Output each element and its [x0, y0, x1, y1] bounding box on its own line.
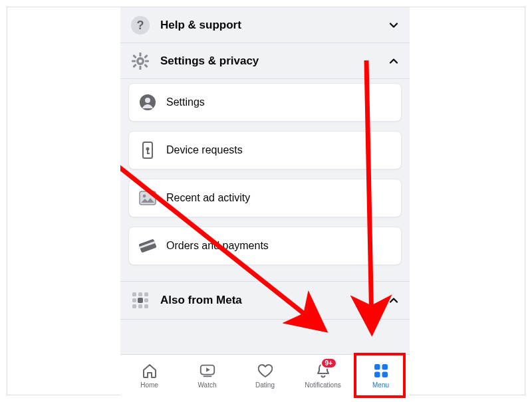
tab-label: Home — [140, 381, 158, 389]
svg-rect-33 — [374, 364, 380, 370]
menu-grid-icon — [372, 362, 390, 379]
svg-rect-27 — [132, 304, 136, 308]
section-label: Also from Meta — [160, 294, 387, 307]
chevron-down-icon — [387, 19, 400, 32]
svg-rect-23 — [138, 292, 142, 296]
section-label: Settings & privacy — [160, 54, 387, 68]
item-orders-payments[interactable]: Orders and payments — [128, 227, 402, 265]
item-label: Settings — [166, 96, 205, 108]
svg-rect-5 — [132, 60, 136, 62]
tab-watch[interactable]: Watch — [178, 355, 236, 395]
svg-rect-24 — [144, 292, 148, 296]
svg-rect-3 — [140, 52, 142, 56]
section-label: Help & support — [160, 19, 387, 32]
svg-point-19 — [143, 195, 146, 198]
svg-rect-6 — [145, 60, 149, 62]
item-settings[interactable]: Settings — [128, 83, 402, 122]
apps-grid-icon — [128, 288, 152, 312]
help-icon: ? — [128, 13, 152, 37]
heart-icon — [257, 362, 274, 379]
svg-rect-25 — [132, 298, 136, 302]
section-also-from-meta[interactable]: Also from Meta — [120, 281, 410, 320]
item-recent-ad-activity[interactable]: Recent ad activity — [128, 179, 402, 217]
person-circle-icon — [138, 93, 157, 112]
chevron-up-icon — [387, 54, 400, 68]
svg-rect-9 — [132, 63, 136, 67]
section-help-support[interactable]: ? Help & support — [120, 7, 410, 43]
tab-label: Notifications — [305, 381, 340, 389]
watch-icon — [199, 362, 216, 379]
svg-point-11 — [139, 59, 142, 62]
svg-rect-4 — [140, 66, 142, 70]
svg-rect-34 — [382, 364, 388, 370]
svg-point-15 — [146, 148, 150, 151]
svg-rect-35 — [374, 371, 380, 377]
credit-card-icon — [138, 237, 157, 255]
photo-icon — [138, 189, 157, 207]
svg-rect-17 — [147, 153, 150, 154]
svg-rect-22 — [132, 292, 136, 296]
svg-rect-29 — [144, 304, 148, 308]
settings-privacy-items: Settings Device requests — [120, 79, 410, 281]
tab-menu[interactable]: Menu — [352, 355, 410, 395]
tab-home[interactable]: Home — [120, 355, 178, 395]
item-label: Recent ad activity — [166, 192, 250, 204]
tab-notifications[interactable]: 9+ Notifications — [294, 355, 352, 395]
section-settings-privacy[interactable]: Settings & privacy — [120, 43, 410, 79]
svg-rect-10 — [144, 63, 148, 67]
gear-icon — [128, 49, 152, 73]
phone-screen: ? Help & support — [120, 7, 410, 395]
item-label: Orders and payments — [166, 240, 269, 252]
item-label: Device requests — [166, 144, 243, 156]
tab-label: Watch — [198, 381, 217, 389]
bottom-nav: Home Watch Dating — [120, 354, 410, 395]
svg-rect-30 — [138, 298, 143, 303]
chevron-up-icon — [387, 294, 400, 307]
svg-rect-8 — [144, 54, 148, 58]
tab-label: Dating — [255, 381, 275, 389]
svg-point-13 — [145, 98, 150, 103]
item-device-requests[interactable]: Device requests — [128, 131, 402, 169]
home-icon — [141, 362, 158, 379]
tab-dating[interactable]: Dating — [236, 355, 294, 395]
svg-rect-7 — [132, 54, 136, 58]
svg-text:?: ? — [137, 19, 144, 32]
device-key-icon — [138, 141, 157, 159]
svg-rect-28 — [138, 304, 142, 308]
notification-badge: 9+ — [321, 357, 337, 369]
svg-rect-36 — [382, 371, 388, 377]
svg-rect-26 — [144, 298, 148, 302]
tab-label: Menu — [372, 381, 389, 389]
